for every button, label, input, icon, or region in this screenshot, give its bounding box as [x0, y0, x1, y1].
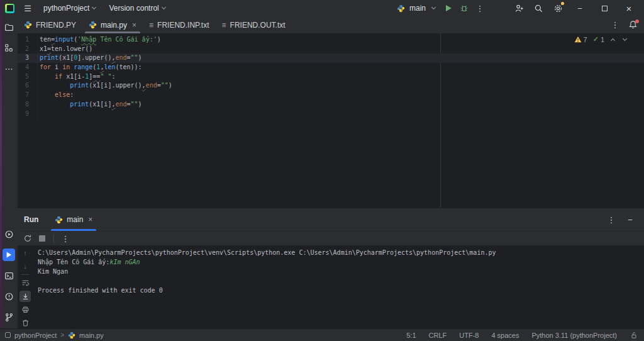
project-tool-button[interactable] — [3, 21, 15, 33]
code-line-4[interactable]: 4for i in range(1,len(ten)): — [18, 63, 644, 72]
code-line-3[interactable]: 3print(x1[0].upper(),end="") — [18, 53, 644, 63]
text-file-icon: ≡ — [149, 21, 153, 29]
write-access-button[interactable] — [630, 331, 638, 339]
run-tool-button[interactable] — [3, 249, 15, 261]
window-close-button[interactable]: × — [621, 4, 636, 13]
jump-to-previous-button[interactable]: ↑ — [19, 248, 31, 259]
problems-tool-button[interactable] — [3, 290, 15, 303]
more-tool-windows-button[interactable]: ⋯ — [3, 62, 15, 75]
tab-label: FRIEND.OUT.txt — [230, 21, 286, 30]
code-text: x1=ten.lower() — [38, 45, 92, 54]
code-line-7[interactable]: 7 else: — [18, 91, 644, 100]
breadcrumb-project[interactable]: pythonProject — [14, 332, 57, 339]
scroll-to-end-button[interactable] — [19, 291, 31, 301]
settings-button[interactable] — [553, 3, 563, 13]
search-icon — [534, 4, 543, 13]
soft-wrap-button[interactable] — [19, 277, 31, 288]
run-panel-title: Run — [24, 215, 38, 224]
tab-main-py[interactable]: main.py × — [82, 16, 143, 33]
code-line-8[interactable]: 8 print(x1[i],end="") — [18, 100, 644, 109]
notification-badge — [635, 20, 639, 23]
title-bar: ☰ pythonProject Version control main ⋮ — [0, 0, 644, 16]
console-output[interactable]: C:\Users\Admin\PycharmProjects\pythonPro… — [33, 245, 644, 328]
code-line-9[interactable]: 9 — [18, 109, 644, 119]
code-with-me-button[interactable] — [514, 3, 524, 13]
services-tool-button[interactable] — [3, 228, 15, 240]
console-toolbar-separator — [21, 274, 30, 275]
version-control-menu[interactable]: Version control — [106, 2, 167, 14]
git-tool-button[interactable] — [3, 311, 15, 323]
folder-icon — [4, 23, 14, 32]
next-problem-button[interactable] — [623, 36, 627, 41]
run-more-button[interactable]: ⋮ — [475, 3, 485, 13]
debug-button[interactable] — [459, 3, 469, 13]
console-line-4 — [38, 276, 644, 286]
project-menu[interactable]: pythonProject — [41, 2, 98, 14]
run-panel-options-button[interactable]: ⋮ — [606, 215, 616, 225]
structure-tool-button[interactable] — [3, 42, 15, 54]
rerun-button[interactable] — [23, 233, 33, 243]
code-text: else: — [38, 91, 74, 100]
play-icon — [446, 5, 452, 11]
person-plus-icon — [514, 4, 524, 13]
code-line-2[interactable]: 2x1=ten.lower() — [18, 45, 644, 54]
clear-console-button[interactable] — [19, 318, 31, 328]
warning-icon — [574, 36, 582, 43]
code-line-6[interactable]: 6 print(x1[i].upper(),end="") — [18, 81, 644, 91]
version-control-label: Version control — [109, 4, 158, 13]
active-run-tab-underline — [51, 229, 96, 231]
tab-friend-inp[interactable]: ≡ FRIEND.INP.txt — [143, 16, 215, 33]
code-lines: 1ten=input('Nhập Tên Cô Gái ấy:')2x1=ten… — [18, 33, 644, 118]
code-line-5[interactable]: 5 if x1[i-1]==" ": — [18, 72, 644, 82]
python-icon — [68, 332, 75, 339]
code-text: print(x1[i].upper(),end="") — [38, 81, 172, 91]
restore-icon — [602, 6, 608, 11]
scroll-to-end-icon — [21, 293, 30, 301]
breadcrumb: pythonProject > main.py — [5, 332, 104, 339]
print-button[interactable] — [19, 305, 31, 315]
terminal-tool-button[interactable] — [3, 269, 15, 282]
run-toolbar: ⋮ — [18, 232, 644, 245]
python-interpreter[interactable]: Python 3.11 (pythonProject) — [531, 332, 617, 339]
line-separator[interactable]: CRLF — [429, 332, 447, 339]
indent-style[interactable]: 4 spaces — [491, 332, 519, 339]
run-button[interactable] — [443, 3, 453, 13]
tab-friend-out[interactable]: ≡ FRIEND.OUT.txt — [216, 16, 292, 33]
tab-close-button[interactable]: × — [132, 21, 136, 30]
notifications-button[interactable] — [628, 20, 638, 30]
main-menu-button[interactable]: ☰ — [23, 3, 33, 13]
chevron-down-icon — [431, 5, 436, 9]
tab-friend-py[interactable]: FRIEND.PY — [18, 16, 82, 33]
console-more-button[interactable]: ⋮ — [60, 233, 70, 243]
structure-icon — [4, 43, 13, 52]
run-tab-close-button[interactable]: × — [88, 215, 92, 224]
code-text — [38, 109, 40, 119]
code-editor[interactable]: 1ten=input('Nhập Tên Cô Gái ấy:')2x1=ten… — [18, 33, 644, 208]
file-encoding[interactable]: UTF-8 — [459, 332, 479, 339]
breadcrumb-file[interactable]: main.py — [79, 332, 104, 339]
toolbar-separator — [53, 234, 54, 243]
hide-panel-button[interactable]: − — [625, 215, 635, 225]
tab-options-button[interactable]: ⋮ — [610, 20, 620, 30]
jump-to-next-button[interactable]: ↓ — [19, 261, 31, 272]
code-text: if x1[i-1]==" ": — [38, 72, 115, 82]
tab-label: main.py — [101, 21, 127, 30]
run-config-selector[interactable]: main — [394, 1, 438, 15]
pycharm-logo-icon — [5, 4, 14, 13]
window-restore-button[interactable] — [597, 6, 612, 11]
console-line-3: Kim Ngan — [38, 267, 644, 276]
code-line-1[interactable]: 1ten=input('Nhập Tên Cô Gái ấy:') — [18, 35, 644, 45]
search-everywhere-button[interactable] — [533, 3, 543, 13]
inspections-widget[interactable]: 7 ✓ 1 — [574, 35, 626, 43]
run-tab-main[interactable]: main × — [50, 208, 97, 231]
prev-problem-button[interactable] — [611, 38, 615, 42]
line-number: 9 — [18, 109, 38, 119]
stop-button[interactable] — [37, 233, 47, 243]
window-minimize-button[interactable]: − — [572, 4, 587, 13]
typos-count[interactable]: ✓ 1 — [593, 35, 604, 43]
rerun-icon — [23, 234, 32, 243]
desktop-edge — [0, 0, 2, 328]
warnings-count[interactable]: 7 — [574, 36, 587, 43]
caret-position[interactable]: 5:1 — [406, 332, 416, 339]
services-play-icon — [4, 230, 14, 239]
